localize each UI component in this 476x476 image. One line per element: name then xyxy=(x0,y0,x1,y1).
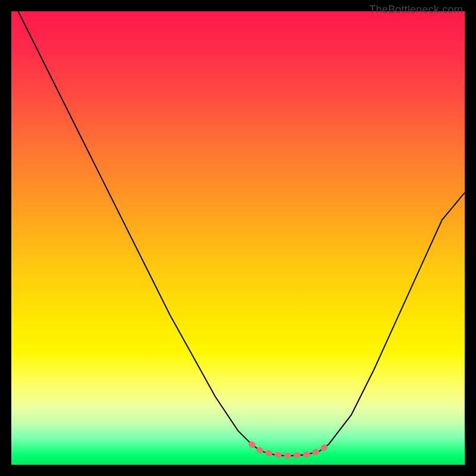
bottleneck-curve xyxy=(11,11,465,456)
flat-region-marker xyxy=(252,444,329,456)
plot-area xyxy=(11,11,465,465)
chart-container: TheBottleneck.com xyxy=(0,0,476,476)
watermark-text: TheBottleneck.com xyxy=(369,4,463,16)
chart-svg xyxy=(11,11,465,465)
